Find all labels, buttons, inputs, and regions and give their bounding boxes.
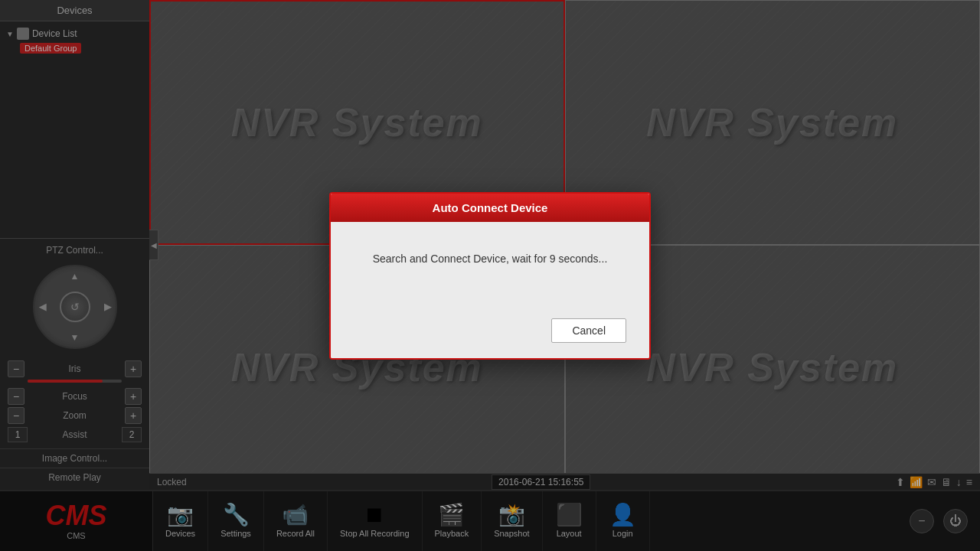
cancel-button[interactable]: Cancel — [551, 318, 626, 343]
auto-connect-modal: Auto Connect Device Search and Connect D… — [329, 192, 651, 360]
modal-body: Search and Connect Device, wait for 9 se… — [331, 222, 649, 318]
modal-title-bar: Auto Connect Device — [331, 194, 649, 222]
modal-footer: Cancel — [331, 318, 649, 358]
modal-overlay: Auto Connect Device Search and Connect D… — [0, 0, 980, 551]
modal-message: Search and Connect Device, wait for 9 se… — [354, 253, 626, 265]
